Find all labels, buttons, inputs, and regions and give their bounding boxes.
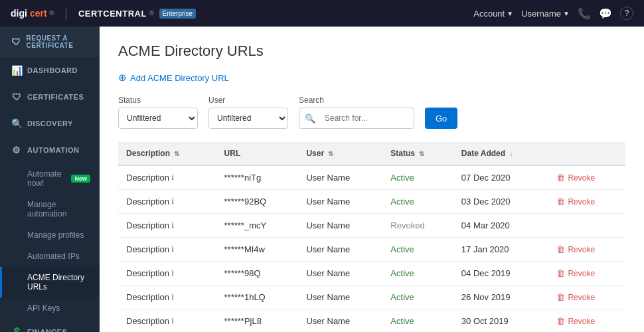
search-input[interactable] [321, 114, 414, 123]
info-icon-6[interactable]: ℹ [171, 317, 174, 325]
cell-action-5: 🗑Revoke [548, 286, 625, 309]
info-icon-5[interactable]: ℹ [171, 293, 174, 301]
logo-digi: digi [11, 8, 27, 19]
revoke-button-0[interactable]: 🗑Revoke [556, 173, 617, 183]
cell-date-5: 26 Nov 2019 [453, 286, 549, 309]
revoke-icon-1: 🗑 [556, 197, 565, 207]
sidebar-request-label: REQUEST A CERTIFICATE [27, 35, 91, 49]
sidebar-item-request[interactable]: 🛡 REQUEST A CERTIFICATE [0, 27, 100, 57]
revoke-button-5[interactable]: 🗑Revoke [556, 292, 617, 302]
revoke-button-6[interactable]: 🗑Revoke [556, 316, 617, 326]
sidebar-item-finances[interactable]: 💲 FINANCES [0, 319, 100, 332]
sidebar-sub-automate-now[interactable]: Automate now! New [0, 163, 100, 194]
cell-status-0: Active [382, 165, 453, 190]
username-label: Username [521, 9, 561, 19]
cell-date-3: 17 Jan 2020 [453, 238, 549, 262]
col-description[interactable]: Description ⇅ [118, 142, 216, 165]
info-icon-2[interactable]: ℹ [171, 221, 174, 230]
col-status[interactable]: Status ⇅ [382, 142, 453, 165]
col-url: URL [216, 142, 299, 165]
sidebar-sub-acme-urls[interactable]: ACME Directory URLs [0, 267, 100, 297]
cell-user-4: User Name [298, 262, 382, 286]
cell-url-4: ******98Q [216, 262, 299, 286]
enterprise-badge: Enterprise [159, 9, 197, 19]
sidebar-item-certificates[interactable]: 🛡 CERTIFICATES [0, 84, 100, 110]
manage-automation-label: Manage automation [27, 200, 90, 218]
cell-url-6: ******PjL8 [216, 309, 299, 333]
logo-area: digicert® | CERTCENTRAL® Enterprise [11, 7, 196, 21]
status-sort-icon: ⇅ [419, 150, 424, 157]
api-keys-label: API Keys [27, 303, 60, 313]
cell-user-1: User Name [298, 190, 382, 214]
page-title: ACME Directory URLs [118, 42, 625, 60]
sidebar-item-automation[interactable]: ⚙ AUTOMATION [0, 137, 100, 163]
cell-date-0: 07 Dec 2020 [453, 165, 549, 190]
info-icon-4[interactable]: ℹ [171, 269, 174, 278]
revoke-button-4[interactable]: 🗑Revoke [556, 268, 617, 278]
cell-action-4: 🗑Revoke [548, 262, 625, 286]
cell-date-2: 04 Mar 2020 [453, 214, 549, 238]
sidebar: 🛡 REQUEST A CERTIFICATE 📊 DASHBOARD 🛡 CE… [0, 27, 100, 332]
table-header: Description ⇅ URL User ⇅ Status ⇅ Date A… [118, 142, 625, 165]
cell-user-2: User Name [298, 214, 382, 238]
table-row: Description ℹ ******niTg User Name Activ… [118, 165, 625, 190]
chat-icon[interactable]: 💬 [599, 7, 612, 20]
revoke-button-1[interactable]: 🗑Revoke [556, 197, 617, 207]
cell-status-4: Active [382, 262, 453, 286]
sidebar-sub-api-keys[interactable]: API Keys [0, 297, 100, 319]
acme-urls-table: Description ⇅ URL User ⇅ Status ⇅ Date A… [118, 142, 625, 332]
automated-ips-label: Automated IPs [27, 252, 80, 261]
info-icon-0[interactable]: ℹ [171, 173, 174, 182]
sidebar-item-dashboard[interactable]: 📊 DASHBOARD [0, 57, 100, 84]
sidebar-finances-label: FINANCES [27, 328, 67, 332]
cell-url-3: ******MI4w [216, 238, 299, 262]
col-date-added[interactable]: Date Added ↓ [453, 142, 549, 165]
account-menu[interactable]: Account ▼ [473, 9, 513, 19]
user-filter-group: User Unfiltered [208, 96, 288, 129]
sidebar-dashboard-label: DASHBOARD [27, 66, 78, 74]
sidebar-sub-manage-profiles[interactable]: Manage profiles [0, 224, 100, 246]
cell-user-3: User Name [298, 238, 382, 262]
sidebar-sub-automated-ips[interactable]: Automated IPs [0, 246, 100, 267]
user-sort-icon: ⇅ [328, 150, 333, 157]
phone-icon[interactable]: 📞 [578, 7, 591, 20]
main-content: ACME Directory URLs ⊕ Add ACME Directory… [100, 27, 644, 332]
table-row: Description ℹ ******92BQ User Name Activ… [118, 190, 625, 214]
cell-status-1: Active [382, 190, 453, 214]
manage-profiles-label: Manage profiles [27, 230, 84, 240]
table-row: Description ℹ ******98Q User Name Active… [118, 262, 625, 286]
cell-description-2: Description ℹ [118, 214, 216, 238]
table-row: Description ℹ ******_mcY User Name Revok… [118, 214, 625, 238]
cell-description-1: Description ℹ [118, 190, 216, 214]
status-filter-select[interactable]: Unfiltered [118, 108, 198, 129]
automation-icon: ⚙ [11, 145, 22, 155]
username-menu[interactable]: Username ▼ [521, 9, 570, 19]
revoke-button-3[interactable]: 🗑Revoke [556, 244, 617, 254]
top-navigation: digicert® | CERTCENTRAL® Enterprise Acco… [0, 0, 644, 27]
certcentral-logo: CERTCENTRAL® Enterprise [78, 9, 196, 19]
search-icon: 🔍 [299, 114, 321, 124]
col-user[interactable]: User ⇅ [298, 142, 382, 165]
sidebar-sub-manage-automation[interactable]: Manage automation [0, 194, 100, 224]
sidebar-certificates-label: CERTIFICATES [27, 93, 84, 101]
info-icon-1[interactable]: ℹ [171, 197, 174, 206]
help-icon[interactable]: ? [620, 7, 633, 20]
user-filter-select[interactable]: Unfiltered [208, 108, 288, 129]
search-filter-label: Search [299, 96, 414, 105]
description-sort-icon: ⇅ [174, 150, 179, 157]
cell-action-1: 🗑Revoke [548, 190, 625, 214]
cell-url-0: ******niTg [216, 165, 299, 190]
table-row: Description ℹ ******1hLQ User Name Activ… [118, 286, 625, 309]
account-chevron: ▼ [507, 10, 513, 17]
logo-separator: | [64, 7, 68, 21]
cell-status-5: Active [382, 286, 453, 309]
top-nav-right: Account ▼ Username ▼ 📞 💬 ? [473, 7, 633, 20]
sidebar-item-discovery[interactable]: 🔍 DISCOVERY [0, 110, 100, 137]
go-button[interactable]: Go [425, 108, 457, 129]
info-icon-3[interactable]: ℹ [171, 245, 174, 254]
acme-urls-label: ACME Directory URLs [27, 273, 90, 291]
cell-description-3: Description ℹ [118, 238, 216, 262]
account-label: Account [473, 9, 505, 19]
add-acme-url-link[interactable]: ⊕ Add ACME Directory URL [118, 72, 625, 84]
revoke-icon-5: 🗑 [556, 292, 565, 302]
